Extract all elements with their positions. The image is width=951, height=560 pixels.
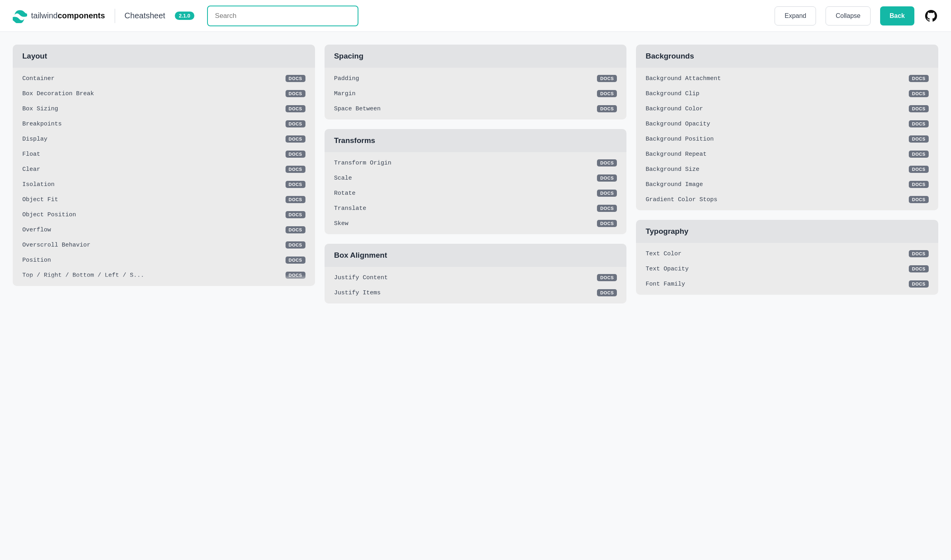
header-divider — [115, 9, 115, 23]
list-item[interactable]: Overscroll Behavior DOCS — [13, 237, 315, 253]
layout-title: Layout — [22, 52, 47, 60]
backgrounds-items: Background Attachment DOCS Background Cl… — [636, 68, 938, 210]
transforms-card: Transforms Transform Origin DOCS Scale D… — [325, 129, 627, 234]
logo-text: tailwindcomponents — [31, 11, 105, 20]
list-item[interactable]: Rotate DOCS — [325, 186, 627, 201]
logo-icon — [13, 9, 27, 23]
list-item[interactable]: Background Image DOCS — [636, 177, 938, 192]
list-item[interactable]: Box Decoration Break DOCS — [13, 86, 315, 101]
logo-area[interactable]: tailwindcomponents — [13, 9, 105, 23]
list-item[interactable]: Space Between DOCS — [325, 101, 627, 116]
list-item[interactable]: Skew DOCS — [325, 216, 627, 231]
typography-items: Text Color DOCS Text Opacity DOCS Font F… — [636, 243, 938, 295]
transforms-header: Transforms — [325, 129, 627, 152]
list-item[interactable]: Padding DOCS — [325, 71, 627, 86]
box-alignment-title: Box Alignment — [334, 251, 387, 259]
list-item[interactable]: Font Family DOCS — [636, 276, 938, 292]
list-item[interactable]: Background Opacity DOCS — [636, 116, 938, 131]
backgrounds-card: Backgrounds Background Attachment DOCS B… — [636, 45, 938, 210]
list-item[interactable]: Overflow DOCS — [13, 222, 315, 237]
main-content: Layout Container DOCS Box Decoration Bre… — [0, 32, 951, 316]
typography-card: Typography Text Color DOCS Text Opacity … — [636, 220, 938, 295]
list-item[interactable]: Float DOCS — [13, 147, 315, 162]
list-item[interactable]: Position DOCS — [13, 253, 315, 268]
box-alignment-card: Box Alignment Justify Content DOCS Justi… — [325, 244, 627, 303]
list-item[interactable]: Justify Content DOCS — [325, 270, 627, 285]
version-badge: 2.1.0 — [175, 12, 194, 20]
spacing-items: Padding DOCS Margin DOCS Space Between D… — [325, 68, 627, 119]
list-item[interactable]: Clear DOCS — [13, 162, 315, 177]
spacing-header: Spacing — [325, 45, 627, 68]
expand-button[interactable]: Expand — [775, 6, 816, 25]
spacing-card: Spacing Padding DOCS Margin DOCS Space B… — [325, 45, 627, 119]
collapse-button[interactable]: Collapse — [826, 6, 870, 25]
list-item[interactable]: Top / Right / Bottom / Left / S... DOCS — [13, 268, 315, 283]
box-alignment-header: Box Alignment — [325, 244, 627, 267]
header: tailwindcomponents Cheatsheet 2.1.0 Expa… — [0, 0, 951, 32]
backgrounds-title: Backgrounds — [646, 52, 694, 60]
column-1: Layout Container DOCS Box Decoration Bre… — [13, 45, 315, 286]
list-item[interactable]: Background Size DOCS — [636, 162, 938, 177]
search-input[interactable] — [207, 6, 358, 26]
list-item[interactable]: Background Position DOCS — [636, 131, 938, 147]
list-item[interactable]: Background Color DOCS — [636, 101, 938, 116]
list-item[interactable]: Display DOCS — [13, 131, 315, 147]
list-item[interactable]: Object Position DOCS — [13, 207, 315, 222]
list-item[interactable]: Box Sizing DOCS — [13, 101, 315, 116]
list-item[interactable]: Isolation DOCS — [13, 177, 315, 192]
list-item[interactable]: Text Opacity DOCS — [636, 261, 938, 276]
transforms-items: Transform Origin DOCS Scale DOCS Rotate … — [325, 152, 627, 234]
typography-header: Typography — [636, 220, 938, 243]
column-2: Spacing Padding DOCS Margin DOCS Space B… — [325, 45, 627, 303]
list-item[interactable]: Container DOCS — [13, 71, 315, 86]
list-item[interactable]: Background Clip DOCS — [636, 86, 938, 101]
column-3: Backgrounds Background Attachment DOCS B… — [636, 45, 938, 295]
backgrounds-header: Backgrounds — [636, 45, 938, 68]
layout-items: Container DOCS Box Decoration Break DOCS… — [13, 68, 315, 286]
spacing-title: Spacing — [334, 52, 364, 60]
list-item[interactable]: Object Fit DOCS — [13, 192, 315, 207]
list-item[interactable]: Gradient Color Stops DOCS — [636, 192, 938, 207]
back-button[interactable]: Back — [880, 6, 914, 25]
layout-header: Layout — [13, 45, 315, 68]
layout-card: Layout Container DOCS Box Decoration Bre… — [13, 45, 315, 286]
box-alignment-items: Justify Content DOCS Justify Items DOCS — [325, 267, 627, 303]
list-item[interactable]: Background Attachment DOCS — [636, 71, 938, 86]
list-item[interactable]: Transform Origin DOCS — [325, 155, 627, 170]
github-icon[interactable] — [924, 9, 938, 23]
list-item[interactable]: Margin DOCS — [325, 86, 627, 101]
list-item[interactable]: Translate DOCS — [325, 201, 627, 216]
list-item[interactable]: Scale DOCS — [325, 170, 627, 186]
cheatsheet-label: Cheatsheet — [125, 11, 165, 20]
list-item[interactable]: Background Repeat DOCS — [636, 147, 938, 162]
list-item[interactable]: Justify Items DOCS — [325, 285, 627, 300]
typography-title: Typography — [646, 227, 688, 235]
list-item[interactable]: Breakpoints DOCS — [13, 116, 315, 131]
transforms-title: Transforms — [334, 136, 375, 145]
list-item[interactable]: Text Color DOCS — [636, 246, 938, 261]
